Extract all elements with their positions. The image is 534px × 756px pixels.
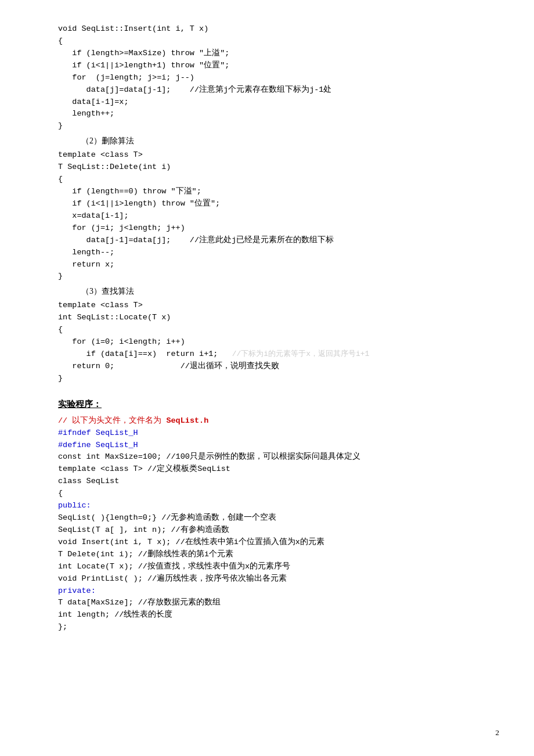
code-line-printlist-decl: void PrintList( ); //遍历线性表，按序号依次输出各元素 <box>58 573 499 585</box>
code-line-ifndef: #ifndef SeqList_H <box>58 427 499 440</box>
code-line-brace-close: }; <box>58 621 499 633</box>
code-line-insert-decl: void Insert(int i, T x); //在线性表中第i个位置插入值… <box>58 537 499 549</box>
code-line-brace-open: { <box>58 488 499 500</box>
delete-section-label: （2）删除算法 <box>81 135 499 148</box>
code-line-length: int length; //线性表的长度 <box>58 609 499 621</box>
code-line-constructor2: SeqList(T a[ ], int n); //有参构造函数 <box>58 524 499 537</box>
code-line-define: #define SeqList_H <box>58 440 499 452</box>
code-line-class: class SeqList <box>58 476 499 488</box>
delete-function-code: template <class T> T SeqList::Delete(int… <box>58 149 499 283</box>
code-line-public: public: <box>58 500 499 512</box>
code-line-locate-decl: int Locate(T x); //按值查找，求线性表中值为x的元素序号 <box>58 561 499 573</box>
code-line-template: template <class T> //定义模板类SeqList <box>58 463 499 476</box>
code-line-private: private: <box>58 585 499 597</box>
code-line-delete-decl: T Delete(int i); //删除线性表的第i个元素 <box>58 549 499 561</box>
header-code-block: #ifndef SeqList_H #define SeqList_H cons… <box>58 427 499 634</box>
header-file-comment-line: // 以下为头文件，文件名为 SeqList.h <box>58 415 499 427</box>
insert-function-code: void SeqList::Insert(int i, T x) { if (l… <box>58 23 499 132</box>
filename-bold: SeqList.h <box>166 416 208 425</box>
experiment-section-heading: 实验程序： <box>58 398 499 412</box>
code-line-maxsize: const int MaxSize=100; //100只是示例性的数据，可以根… <box>58 451 499 463</box>
locate-section-label: （3）查找算法 <box>81 285 499 298</box>
page-number: 2 <box>496 727 500 739</box>
header-file-comment-text: // 以下为头文件，文件名为 SeqList.h <box>58 416 208 425</box>
experiment-heading-text: 实验程序： <box>58 399 102 409</box>
page-content: void SeqList::Insert(int i, T x) { if (l… <box>58 23 499 633</box>
locate-function-code: template <class T> int SeqList::Locate(T… <box>58 300 499 384</box>
locate-heading-text: （3）查找算法 <box>81 287 134 296</box>
code-line-constructor1: SeqList( ){length=0;} //无参构造函数，创建一个空表 <box>58 512 499 524</box>
delete-heading-text: （2）删除算法 <box>81 136 134 145</box>
code-line-data-array: T data[MaxSize]; //存放数据元素的数组 <box>58 597 499 609</box>
